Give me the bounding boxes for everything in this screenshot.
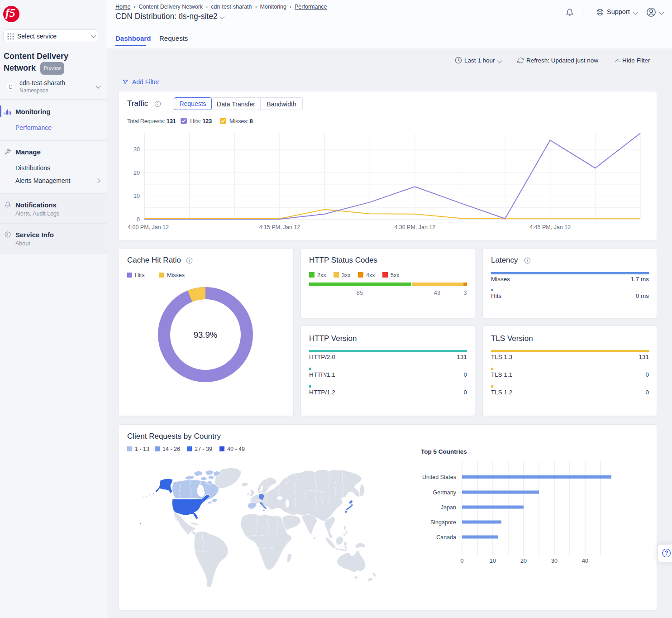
svg-text:30: 30 [133,146,140,153]
svg-text:93.9%: 93.9% [194,330,217,340]
svg-text:Singapore: Singapore [430,519,456,526]
svg-text:10: 10 [133,193,140,199]
svg-text:Canada: Canada [436,534,456,541]
svg-text:30: 30 [551,558,558,564]
svg-text:4:45 PM, Jan 12: 4:45 PM, Jan 12 [529,224,571,230]
svg-text:40: 40 [582,558,588,564]
svg-text:10: 10 [490,558,496,564]
svg-text:0: 0 [137,216,140,223]
svg-text:4:30 PM, Jan 12: 4:30 PM, Jan 12 [394,224,435,230]
svg-text:Germany: Germany [433,489,457,496]
svg-text:4:15 PM, Jan 12: 4:15 PM, Jan 12 [259,224,300,230]
svg-text:0: 0 [461,558,464,564]
svg-text:United States: United States [422,474,456,480]
svg-text:4:00 PM, Jan 12: 4:00 PM, Jan 12 [128,224,169,230]
svg-text:20: 20 [133,170,140,176]
svg-text:Japan: Japan [441,504,456,511]
svg-text:20: 20 [520,558,527,564]
